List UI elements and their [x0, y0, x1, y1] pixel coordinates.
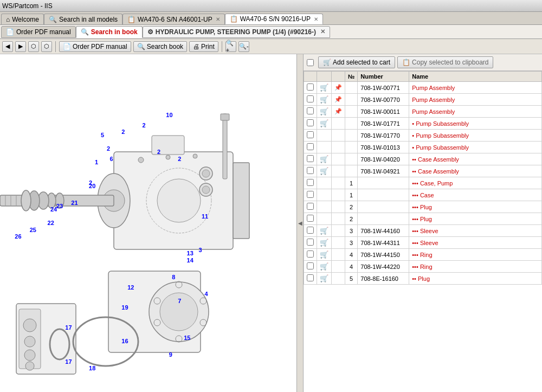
- zoom-in-btn[interactable]: 🔍+: [225, 41, 236, 52]
- cart-icon[interactable]: 🛒: [320, 155, 328, 163]
- row-part-name[interactable]: • Pump Subassembly: [409, 142, 542, 153]
- part-label-12[interactable]: 12: [127, 284, 134, 291]
- cart-icon[interactable]: 🛒: [320, 95, 328, 104]
- row-part-name[interactable]: • Pump Subassembly: [409, 130, 542, 142]
- row-checkbox[interactable]: [307, 119, 314, 126]
- part-label-16[interactable]: 16: [121, 338, 128, 344]
- cart-icon[interactable]: 🛒: [320, 83, 328, 92]
- row-part-name[interactable]: •• Case Assembly: [409, 165, 542, 177]
- clip-icon-cell[interactable]: 📌: [332, 106, 345, 118]
- panel-order-pdf[interactable]: 📄 Order PDF manual: [1, 26, 76, 38]
- part-label-3[interactable]: 3: [198, 247, 202, 253]
- cart-icon[interactable]: 🛒: [320, 107, 328, 115]
- panel-hydraulic-pump[interactable]: ⚙ HYDRAULIC PUMP, STEERING PUMP (1/4) (#…: [143, 26, 330, 38]
- panel-close-hydraulic[interactable]: ✕: [320, 28, 325, 35]
- part-label-15[interactable]: 15: [184, 335, 190, 341]
- row-checkbox[interactable]: [307, 179, 314, 186]
- row-checkbox[interactable]: [307, 239, 314, 246]
- cart-icon[interactable]: 🛒: [320, 239, 328, 247]
- part-label-1[interactable]: 1: [95, 159, 98, 165]
- copy-clipboard-btn[interactable]: 📋 Copy selected to clipboard: [397, 56, 493, 68]
- part-label-6[interactable]: 6: [109, 156, 113, 162]
- row-part-name[interactable]: ••• Sleeve: [409, 237, 542, 249]
- cart-icon[interactable]: 🛒: [320, 227, 328, 235]
- part-label-20[interactable]: 20: [89, 183, 95, 189]
- part-label-26[interactable]: 26: [15, 233, 21, 240]
- cart-icon-cell[interactable]: 🛒: [317, 237, 332, 249]
- cart-icon-cell[interactable]: 🛒: [317, 273, 332, 285]
- part-label-17[interactable]: 17: [65, 324, 72, 331]
- panel-search-book[interactable]: 🔍 Search in book: [76, 26, 143, 38]
- clip-icon[interactable]: 📌: [334, 96, 342, 102]
- row-checkbox[interactable]: [307, 107, 314, 114]
- nav-fwd-btn[interactable]: ▶: [15, 41, 26, 52]
- cart-icon[interactable]: 🛒: [320, 167, 328, 175]
- part-label-21[interactable]: 21: [71, 200, 78, 206]
- part-label-10[interactable]: 10: [166, 112, 172, 118]
- clip-icon-cell[interactable]: 📌: [332, 82, 345, 94]
- row-checkbox[interactable]: [307, 274, 314, 281]
- part-label-4[interactable]: 4: [204, 291, 208, 297]
- row-part-name[interactable]: ••• Sleeve: [409, 225, 542, 237]
- row-part-name[interactable]: Pump Assembly: [409, 94, 542, 106]
- home-nav-btn[interactable]: ⬡: [28, 41, 39, 52]
- diagram-canvas[interactable]: 1222222345678910111213141516171718192021…: [0, 54, 296, 392]
- zoom-out-btn[interactable]: 🔍-: [238, 41, 249, 52]
- cart-icon-cell[interactable]: 🛒: [317, 165, 332, 177]
- nav-back-btn[interactable]: ◀: [2, 41, 13, 52]
- part-label-2[interactable]: 2: [157, 149, 160, 155]
- clip-icon[interactable]: 📌: [334, 84, 342, 91]
- tab-welcome[interactable]: ⌂ Welcome: [1, 14, 44, 24]
- part-label-23[interactable]: 23: [56, 203, 63, 209]
- part-label-25[interactable]: 25: [30, 227, 36, 233]
- order-pdf-btn[interactable]: 📄 Order PDF manual: [59, 41, 131, 52]
- grid-nav-btn[interactable]: ⬡: [41, 41, 52, 52]
- tab-close-wa470-a46[interactable]: ✕: [216, 16, 220, 22]
- row-checkbox[interactable]: [307, 155, 314, 162]
- row-checkbox[interactable]: [307, 262, 314, 269]
- row-checkbox[interactable]: [307, 95, 314, 102]
- row-part-name[interactable]: Pump Assembly: [409, 82, 542, 94]
- row-checkbox[interactable]: [307, 143, 314, 150]
- part-label-9[interactable]: 9: [169, 351, 172, 358]
- row-checkbox[interactable]: [307, 167, 314, 174]
- part-label-2[interactable]: 2: [143, 122, 146, 128]
- cart-icon-cell[interactable]: 🛒: [317, 94, 332, 106]
- part-label-14[interactable]: 14: [187, 257, 193, 264]
- cart-icon[interactable]: 🛒: [320, 250, 328, 259]
- part-label-13[interactable]: 13: [187, 250, 193, 256]
- cart-icon[interactable]: 🛒: [320, 262, 328, 271]
- part-label-11[interactable]: 11: [202, 213, 208, 220]
- part-label-2[interactable]: 2: [107, 145, 110, 152]
- search-book-btn[interactable]: 🔍 Search book: [133, 41, 187, 52]
- part-label-8[interactable]: 8: [172, 274, 175, 280]
- cart-icon-cell[interactable]: 🛒: [317, 261, 332, 273]
- row-part-name[interactable]: ••• Case, Pump: [409, 177, 542, 189]
- row-part-name[interactable]: •• Case Assembly: [409, 153, 542, 165]
- row-part-name[interactable]: ••• Ring: [409, 261, 542, 273]
- part-label-5[interactable]: 5: [101, 132, 104, 138]
- row-part-name[interactable]: Pump Assembly: [409, 106, 542, 118]
- part-label-18[interactable]: 18: [89, 365, 95, 371]
- row-checkbox[interactable]: [307, 191, 314, 198]
- tab-search-all[interactable]: 🔍 Search in all models: [44, 14, 122, 24]
- row-part-name[interactable]: ••• Ring: [409, 249, 542, 261]
- cart-icon-cell[interactable]: 🛒: [317, 106, 332, 118]
- cart-icon-cell[interactable]: 🛒: [317, 225, 332, 237]
- part-label-24[interactable]: 24: [50, 206, 57, 213]
- cart-icon[interactable]: 🛒: [320, 274, 328, 282]
- row-part-name[interactable]: •• Plug: [409, 273, 542, 285]
- add-to-cart-btn[interactable]: 🛒 Add selected to cart: [318, 56, 395, 68]
- row-part-name[interactable]: ••• Plug: [409, 201, 542, 213]
- collapse-arrow[interactable]: ◀: [297, 54, 304, 392]
- select-all-checkbox[interactable]: [307, 59, 314, 66]
- cart-icon-cell[interactable]: 🛒: [317, 153, 332, 165]
- clip-icon[interactable]: 📌: [334, 108, 342, 114]
- part-label-7[interactable]: 7: [178, 298, 181, 304]
- row-checkbox[interactable]: [307, 203, 314, 210]
- row-checkbox[interactable]: [307, 250, 314, 258]
- row-checkbox[interactable]: [307, 83, 314, 91]
- tab-wa470-a46[interactable]: 📋 WA470-6 S/N A46001-UP ✕: [122, 14, 225, 24]
- tab-close-wa470-90[interactable]: ✕: [314, 16, 318, 22]
- part-label-2[interactable]: 2: [121, 128, 125, 135]
